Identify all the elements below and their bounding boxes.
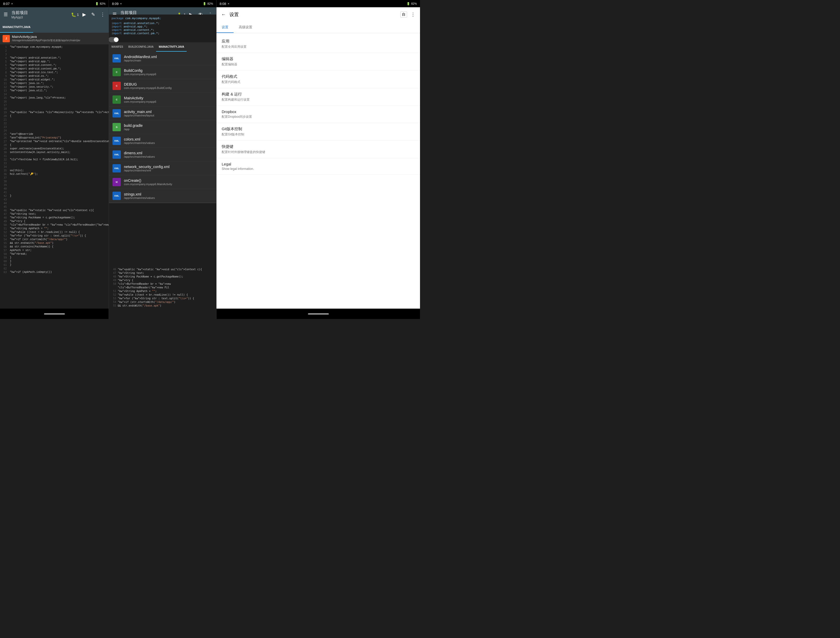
code-line-49[interactable]: "kw">try { (10, 220, 107, 223)
settings-item-6[interactable]: 快捷键 配置针对外接物理键盘的快捷键 (216, 141, 420, 158)
code-line-7[interactable]: "kw">import android.content.pm.*; (10, 67, 107, 71)
left-menu-button[interactable]: ☰ (2, 10, 9, 19)
code-line-22[interactable] (10, 122, 107, 125)
code-line-42[interactable]: } (10, 194, 107, 198)
code-line-38[interactable] (10, 180, 107, 184)
code-line-1[interactable]: "kw">package com.mycompany.myapp6; (10, 45, 107, 49)
code-line-20[interactable]: { (10, 114, 107, 118)
code-line-14[interactable] (10, 93, 107, 96)
left-edit-button[interactable]: ✎ (90, 10, 97, 19)
left-play-button[interactable]: ▶ (81, 10, 88, 19)
middle-tab-mainactivity[interactable]: MAINACTIVITY.JAVA (156, 42, 187, 52)
code-line-5[interactable]: "kw">import android.app.*; (10, 60, 107, 63)
left-more-button[interactable]: ⋮ (99, 10, 107, 19)
code-line-62[interactable] (10, 267, 107, 271)
settings-item-4[interactable]: Dropbox 配置Dropbox同步设置 (216, 106, 420, 123)
dropdown-item-4[interactable]: XML activity_main.xml /app/src/main/res/… (109, 107, 216, 120)
code-line-29[interactable]: super.onCreate(savedInstanceState); (10, 147, 107, 151)
code-line-31[interactable] (10, 154, 107, 158)
code-line-15[interactable]: "kw">import java.lang."cls">Process; (10, 96, 107, 100)
dropdown-item-7[interactable]: XML dimens.xml /app/src/main/res/values (109, 148, 216, 161)
settings-item-7[interactable]: Legal Show legal information. (216, 158, 420, 174)
code-line-59[interactable]: } (10, 256, 107, 260)
settings-item-5[interactable]: Git版本控制 配置Git版本控制 (216, 123, 420, 141)
dropdown-item-1[interactable]: C BuildConfig com.mycompany.myapp6 (109, 65, 216, 79)
code-line-35[interactable]: uu(this); (10, 169, 107, 173)
code-line-25[interactable]: "ann">@Override (10, 133, 107, 136)
code-line-39[interactable] (10, 184, 107, 187)
code-line-13[interactable]: "kw">import java.util.*; (10, 89, 107, 93)
right-settings-icon-button[interactable]: 自 (400, 11, 407, 17)
code-line-44[interactable] (10, 201, 107, 205)
code-line-52[interactable]: "kw">while ((text = br.readLine()) != nu… (10, 231, 107, 234)
dropdown-item-9[interactable]: M onCreate() com.mycompany.myapp6.MainAc… (109, 175, 216, 189)
dropdown-item-3[interactable]: C MainActivity com.mycompany.myapp6 (109, 93, 216, 107)
dropdown-item-8[interactable]: XML network_security_config.xml /app/src… (109, 161, 216, 175)
settings-item-2[interactable]: 代码格式 配置代码格式 (216, 71, 420, 88)
code-line-48[interactable]: "kw">String PackName = c.getPackageName(… (10, 216, 107, 220)
code-line-53[interactable]: "kw">for ("kw">String str : text.split("… (10, 234, 107, 238)
middle-dropdown-list[interactable]: XML AndroidManifest.xml /app/src/main C … (109, 52, 216, 203)
code-line-17[interactable] (10, 103, 107, 107)
code-line-55[interactable]: && str.endsWith("/base.apk") (10, 241, 107, 245)
code-line-60[interactable]: } (10, 260, 107, 263)
code-line-24[interactable] (10, 129, 107, 133)
code-line-16[interactable] (10, 100, 107, 103)
code-line-45[interactable] (10, 205, 107, 209)
right-close-icon[interactable]: × (227, 2, 229, 5)
settings-item-0[interactable]: 应用 配置全局应用设置 (216, 35, 420, 53)
code-line-43[interactable] (10, 198, 107, 201)
dropdown-item-0[interactable]: XML AndroidManifest.xml /app/src/main (109, 52, 216, 65)
code-line-50[interactable]: "cls">BufferedReader br = "kw">new "cls"… (10, 223, 107, 227)
code-line-40[interactable] (10, 187, 107, 191)
code-line-30[interactable]: setContentView(R.layout.activity_main); (10, 151, 107, 154)
code-line-58[interactable]: "kw">break; (10, 252, 107, 256)
code-line-12[interactable]: "kw">import java.security.*; (10, 85, 107, 89)
left-close-icon[interactable]: × (11, 2, 13, 5)
code-line-54[interactable]: "kw">if (str.startsWith("/data/app/") (10, 238, 107, 241)
code-line-57[interactable]: ApkPath = str; (10, 249, 107, 252)
code-line-51[interactable]: "kw">String ApkPath = ""; (10, 227, 107, 231)
dropdown-item-10[interactable]: XML strings.xml /app/src/main/res/values (109, 189, 216, 203)
code-line-34[interactable] (10, 165, 107, 169)
settings-item-1[interactable]: 编辑器 配置编辑器 (216, 53, 420, 71)
code-line-3[interactable] (10, 53, 107, 56)
code-line-4[interactable]: "kw">import android.annotation.*; (10, 56, 107, 60)
middle-close-icon[interactable]: × (120, 2, 122, 5)
code-line-63[interactable]: "kw">if (ApkPath.isEmpty()) (10, 271, 107, 274)
code-line-9[interactable]: "kw">import android.os.*; (10, 74, 107, 78)
code-line-18[interactable] (10, 107, 107, 111)
code-line-46[interactable]: "kw">public "kw">static "kw">void uu("cl… (10, 209, 107, 212)
left-bug-badge[interactable]: 🐛 1 (71, 12, 79, 17)
code-line-27[interactable]: "kw">protected "kw">void onCreate("cls">… (10, 140, 107, 143)
code-line-19[interactable]: "kw">public "kw">class "cls">MainActivit… (10, 111, 107, 114)
code-line-23[interactable] (10, 125, 107, 129)
left-code-area[interactable]: 1234567891011121314151617181920212223242… (0, 44, 109, 309)
right-more-button[interactable]: ⋮ (409, 10, 417, 19)
left-code-content[interactable]: "kw">package com.mycompany.myapp6; "kw">… (8, 44, 109, 309)
middle-tab-buildconfig[interactable]: BUILDCONFIG.JAVA (126, 42, 156, 52)
code-line-21[interactable] (10, 118, 107, 122)
code-line-37[interactable] (10, 176, 107, 180)
code-line-11[interactable]: "kw">import java.io.*; (10, 82, 107, 85)
code-line-8[interactable]: "kw">import android.icu.text.*; (10, 71, 107, 74)
code-line-47[interactable]: "kw">String text; (10, 212, 107, 216)
dropdown-item-2[interactable]: C DEBUG com.mycompany.myapp6.BuildConfig (109, 79, 216, 93)
code-line-26[interactable]: "ann">@SuppressLint("PrivateApi") (10, 136, 107, 140)
right-tab-advanced[interactable]: 高级设置 (234, 22, 257, 33)
middle-tab-manifest[interactable]: MANIFES (109, 42, 126, 52)
middle-toggle[interactable] (109, 37, 119, 42)
code-line-28[interactable]: { (10, 143, 107, 147)
code-line-6[interactable]: "kw">import android.content.*; (10, 63, 107, 67)
left-tab-mainactivity[interactable]: MAINACTIVITY.JAVA (0, 22, 33, 33)
code-line-32[interactable]: "cls">TextView hc2 = findViewById(R.id.h… (10, 158, 107, 161)
code-line-33[interactable] (10, 161, 107, 165)
code-line-61[interactable]: } (10, 263, 107, 267)
right-tab-settings[interactable]: 设置 (216, 22, 234, 33)
code-line-41[interactable] (10, 191, 107, 194)
right-back-button[interactable]: ← (219, 10, 227, 19)
dropdown-item-6[interactable]: XML colors.xml /app/src/main/res/values (109, 134, 216, 148)
settings-item-3[interactable]: 构建 & 运行 配置构建和运行设置 (216, 88, 420, 106)
code-line-36[interactable]: hc2.setText("🔑"); (10, 173, 107, 176)
code-line-2[interactable] (10, 49, 107, 53)
